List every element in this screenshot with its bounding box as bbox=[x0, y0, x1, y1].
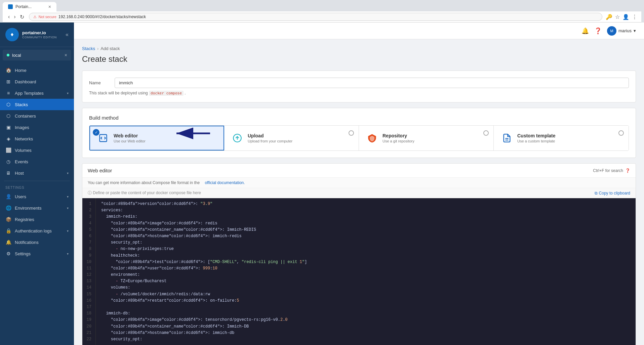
sidebar-label-dashboard: Dashboard bbox=[15, 79, 69, 84]
profile-icon[interactable]: 👤 bbox=[622, 14, 629, 20]
forward-button[interactable]: › bbox=[12, 13, 17, 20]
env-name-label: local bbox=[12, 53, 21, 58]
question-icon: ❓ bbox=[625, 168, 630, 173]
networks-icon: ◈ bbox=[5, 136, 11, 141]
repository-icon bbox=[366, 132, 378, 144]
settings-icon: ⚙ bbox=[5, 251, 11, 256]
line-numbers: 12345678910111213141516171819202122 bbox=[82, 198, 96, 345]
web-editor-name: Web editor bbox=[114, 133, 217, 138]
logo-icon bbox=[5, 28, 19, 41]
copy-icon: ⧉ bbox=[595, 191, 598, 196]
repository-radio[interactable] bbox=[483, 130, 489, 136]
dashboard-icon: ⊞ bbox=[5, 79, 11, 84]
name-form-row: Name bbox=[89, 78, 629, 88]
upload-text: Upload Upload from your computer bbox=[248, 133, 352, 143]
page-content: Stacks › Add stack Create stack Name Thi… bbox=[74, 39, 644, 345]
editor-info-bar: You can get more information about Compo… bbox=[82, 178, 636, 188]
sidebar-item-images[interactable]: ▣ Images bbox=[0, 122, 74, 133]
help-icon[interactable]: ❓ bbox=[594, 27, 602, 35]
user-menu[interactable]: M marius ▾ bbox=[607, 26, 636, 36]
sidebar-item-dashboard[interactable]: ⊞ Dashboard bbox=[0, 76, 74, 87]
web-editor-section: Web editor Ctrl+F for search ❓ You can g… bbox=[82, 163, 636, 345]
env-close-button[interactable]: × bbox=[65, 52, 67, 58]
build-methods-group: ✓ Web editor Use our Web editor bbox=[89, 125, 629, 151]
repository-text: Repository Use a git repository bbox=[383, 133, 487, 143]
name-input[interactable] bbox=[115, 78, 629, 88]
images-icon: ▣ bbox=[5, 125, 11, 130]
sidebar-item-volumes[interactable]: ⬜ Volumes bbox=[0, 144, 74, 156]
sidebar-item-events[interactable]: ◷ Events bbox=[0, 156, 74, 167]
sidebar-label-registries: Registries bbox=[15, 217, 69, 222]
sidebar-label-settings: Settings bbox=[15, 251, 64, 256]
users-arrow-icon: ▾ bbox=[67, 195, 69, 199]
username-label: marius bbox=[618, 28, 632, 33]
custom-template-name: Custom template bbox=[517, 133, 622, 138]
nav-buttons: ‹ › ↻ bbox=[7, 13, 26, 21]
logo-name: portainer.io bbox=[22, 30, 57, 36]
sidebar-label-users: Users bbox=[15, 194, 64, 199]
sidebar-item-host[interactable]: 🖥 Host ▾ bbox=[0, 167, 74, 179]
address-bar: ‹ › ↻ ⚠ Not secure 192.168.0.240:9000/#!… bbox=[3, 11, 641, 23]
code-editor[interactable]: 12345678910111213141516171819202122 "col… bbox=[82, 198, 636, 345]
tab-bar: Portain... × bbox=[3, 2, 641, 11]
sidebar-item-containers[interactable]: ⬡ Containers bbox=[0, 110, 74, 122]
sidebar-item-networks[interactable]: ◈ Networks bbox=[0, 133, 74, 144]
host-icon: 🖥 bbox=[5, 170, 11, 176]
menu-icon[interactable]: ⋮ bbox=[632, 14, 637, 20]
password-icon[interactable]: 🔑 bbox=[606, 14, 612, 20]
sidebar-env[interactable]: local × bbox=[3, 50, 71, 60]
volumes-icon: ⬜ bbox=[5, 147, 11, 153]
sidebar-item-settings[interactable]: ⚙ Settings ▾ bbox=[0, 248, 74, 259]
bookmark-icon[interactable]: ☆ bbox=[615, 14, 620, 20]
reload-button[interactable]: ↻ bbox=[18, 13, 26, 21]
custom-template-desc: Use a custom template bbox=[517, 139, 622, 143]
sidebar-item-environments[interactable]: 🌐 Environments ▾ bbox=[0, 202, 74, 214]
build-method-upload[interactable]: Upload Upload from your computer bbox=[224, 126, 359, 150]
tab-favicon bbox=[8, 4, 13, 9]
sidebar-item-app-templates[interactable]: ≡ App Templates ▾ bbox=[0, 87, 74, 99]
custom-template-radio[interactable] bbox=[618, 130, 624, 136]
environments-icon: 🌐 bbox=[5, 205, 11, 211]
back-button[interactable]: ‹ bbox=[7, 13, 11, 20]
sidebar-item-registries[interactable]: 📦 Registries bbox=[0, 214, 74, 225]
editor-title: Web editor bbox=[88, 168, 112, 173]
tab-close-button[interactable]: × bbox=[48, 4, 51, 9]
build-method-web-editor[interactable]: ✓ Web editor Use our Web editor bbox=[89, 126, 224, 150]
sidebar-item-home[interactable]: 🏠 Home bbox=[0, 64, 74, 76]
build-method-repository[interactable]: Repository Use a git repository bbox=[359, 126, 494, 150]
environments-arrow-icon: ▾ bbox=[67, 206, 69, 210]
upload-icon bbox=[231, 132, 244, 144]
editor-header: Web editor Ctrl+F for search ❓ bbox=[82, 164, 636, 178]
sidebar-item-auth-logs[interactable]: 🔒 Authentication logs ▾ bbox=[0, 225, 74, 236]
selected-checkmark-icon: ✓ bbox=[93, 129, 99, 136]
notification-bell-icon[interactable]: 🔔 bbox=[581, 27, 589, 35]
build-method-custom-template[interactable]: Custom template Use a custom template bbox=[494, 126, 629, 150]
official-docs-link[interactable]: official documentation. bbox=[205, 180, 245, 185]
copy-to-clipboard-button[interactable]: ⧉ Copy to clipboard bbox=[595, 191, 630, 196]
upload-radio[interactable] bbox=[349, 130, 354, 136]
address-input[interactable]: ⚠ Not secure 192.168.0.240:9000/#!/2/doc… bbox=[29, 13, 602, 21]
sidebar-item-stacks[interactable]: ⬡ Stacks bbox=[0, 99, 74, 110]
web-editor-text: Web editor Use our Web editor bbox=[114, 133, 217, 143]
web-editor-desc: Use our Web editor bbox=[114, 139, 217, 143]
sidebar-label-images: Images bbox=[15, 125, 69, 130]
app-templates-icon: ≡ bbox=[5, 90, 11, 96]
stacks-icon: ⬡ bbox=[5, 102, 11, 107]
sidebar-label-volumes: Volumes bbox=[15, 148, 69, 153]
auth-logs-arrow-icon: ▾ bbox=[67, 229, 69, 233]
host-arrow-icon: ▾ bbox=[67, 171, 69, 175]
sidebar-label-home: Home bbox=[15, 68, 69, 73]
docker-compose-code: docker compose bbox=[149, 91, 184, 96]
logo-text-block: portainer.io COMMUNITY EDITION bbox=[22, 30, 57, 39]
env-status-dot bbox=[7, 54, 9, 56]
user-avatar: M bbox=[607, 26, 616, 36]
url-text: 192.168.0.240:9000/#!/2/docker/stacks/ne… bbox=[58, 14, 146, 19]
breadcrumb-separator: › bbox=[97, 46, 98, 51]
user-initials: M bbox=[610, 29, 613, 33]
sidebar-item-users[interactable]: 👤 Users ▾ bbox=[0, 191, 74, 202]
sidebar-collapse-button[interactable]: « bbox=[66, 32, 69, 38]
sidebar-item-notifications[interactable]: 🔔 Notifications bbox=[0, 236, 74, 248]
active-tab[interactable]: Portain... × bbox=[3, 2, 56, 11]
settings-arrow-icon: ▾ bbox=[67, 252, 69, 256]
breadcrumb-stacks-link[interactable]: Stacks bbox=[82, 46, 95, 51]
